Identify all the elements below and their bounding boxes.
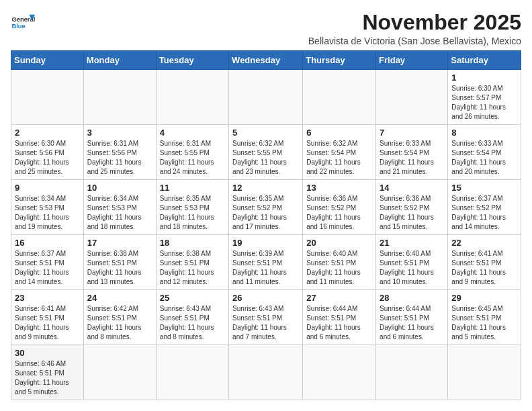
calendar-table: Sunday Monday Tuesday Wednesday Thursday… (11, 50, 521, 400)
week-row-3: 9 Sunrise: 6:34 AM Sunset: 5:53 PM Dayli… (11, 180, 521, 235)
logo-area: General Blue (11, 11, 35, 35)
day-17: 17 Sunrise: 6:38 AM Sunset: 5:51 PM Dayl… (83, 235, 156, 290)
week-row-6: 30 Sunrise: 6:46 AM Sunset: 5:51 PM Dayl… (11, 345, 521, 400)
day-24: 24 Sunrise: 6:42 AM Sunset: 5:51 PM Dayl… (83, 290, 156, 345)
empty-cell (83, 70, 156, 125)
day-3: 3 Sunrise: 6:31 AM Sunset: 5:56 PM Dayli… (83, 125, 156, 180)
header-sunday: Sunday (11, 51, 84, 70)
empty-cell (156, 70, 228, 125)
day-30: 30 Sunrise: 6:46 AM Sunset: 5:51 PM Dayl… (11, 345, 84, 400)
day-6: 6 Sunrise: 6:32 AM Sunset: 5:54 PM Dayli… (303, 125, 376, 180)
empty-cell (303, 70, 376, 125)
day-23: 23 Sunrise: 6:41 AM Sunset: 5:51 PM Dayl… (11, 290, 84, 345)
day-28: 28 Sunrise: 6:44 AM Sunset: 5:51 PM Dayl… (376, 290, 448, 345)
empty-cell (83, 345, 156, 400)
week-row-5: 23 Sunrise: 6:41 AM Sunset: 5:51 PM Dayl… (11, 290, 521, 345)
day-22: 22 Sunrise: 6:41 AM Sunset: 5:51 PM Dayl… (448, 235, 521, 290)
day-5: 5 Sunrise: 6:32 AM Sunset: 5:55 PM Dayli… (229, 125, 303, 180)
day-21: 21 Sunrise: 6:40 AM Sunset: 5:51 PM Dayl… (376, 235, 448, 290)
week-row-1: 1 Sunrise: 6:30 AM Sunset: 5:57 PM Dayli… (11, 70, 521, 125)
day-27: 27 Sunrise: 6:44 AM Sunset: 5:51 PM Dayl… (303, 290, 376, 345)
empty-cell (11, 70, 84, 125)
header-thursday: Thursday (303, 51, 376, 70)
day-20: 20 Sunrise: 6:40 AM Sunset: 5:51 PM Dayl… (303, 235, 376, 290)
day-12: 12 Sunrise: 6:35 AM Sunset: 5:52 PM Dayl… (229, 180, 303, 235)
empty-cell (448, 345, 521, 400)
header-wednesday: Wednesday (229, 51, 303, 70)
day-25: 25 Sunrise: 6:43 AM Sunset: 5:51 PM Dayl… (156, 290, 228, 345)
empty-cell (229, 70, 303, 125)
subtitle: Bellavista de Victoria (San Jose Bellavi… (308, 36, 521, 46)
header-monday: Monday (83, 51, 156, 70)
day-26: 26 Sunrise: 6:43 AM Sunset: 5:51 PM Dayl… (229, 290, 303, 345)
header: General Blue November 2025 Bellavista de… (11, 11, 521, 46)
empty-cell (376, 70, 448, 125)
day-1: 1 Sunrise: 6:30 AM Sunset: 5:57 PM Dayli… (448, 70, 521, 125)
generalblue-logo-icon: General Blue (11, 11, 35, 35)
day-29: 29 Sunrise: 6:45 AM Sunset: 5:51 PM Dayl… (448, 290, 521, 345)
empty-cell (303, 345, 376, 400)
day-4: 4 Sunrise: 6:31 AM Sunset: 5:55 PM Dayli… (156, 125, 228, 180)
title-area: November 2025 Bellavista de Victoria (Sa… (308, 11, 521, 46)
header-saturday: Saturday (448, 51, 521, 70)
day-11: 11 Sunrise: 6:35 AM Sunset: 5:53 PM Dayl… (156, 180, 228, 235)
empty-cell (156, 345, 228, 400)
day-15: 15 Sunrise: 6:37 AM Sunset: 5:52 PM Dayl… (448, 180, 521, 235)
header-tuesday: Tuesday (156, 51, 228, 70)
month-title: November 2025 (308, 11, 521, 34)
empty-cell (229, 345, 303, 400)
day-8: 8 Sunrise: 6:33 AM Sunset: 5:54 PM Dayli… (448, 125, 521, 180)
day-19: 19 Sunrise: 6:39 AM Sunset: 5:51 PM Dayl… (229, 235, 303, 290)
day-13: 13 Sunrise: 6:36 AM Sunset: 5:52 PM Dayl… (303, 180, 376, 235)
weekday-header-row: Sunday Monday Tuesday Wednesday Thursday… (11, 51, 521, 70)
day-2: 2 Sunrise: 6:30 AM Sunset: 5:56 PM Dayli… (11, 125, 84, 180)
week-row-2: 2 Sunrise: 6:30 AM Sunset: 5:56 PM Dayli… (11, 125, 521, 180)
empty-cell (376, 345, 448, 400)
day-18: 18 Sunrise: 6:38 AM Sunset: 5:51 PM Dayl… (156, 235, 228, 290)
day-16: 16 Sunrise: 6:37 AM Sunset: 5:51 PM Dayl… (11, 235, 84, 290)
day-14: 14 Sunrise: 6:36 AM Sunset: 5:52 PM Dayl… (376, 180, 448, 235)
header-friday: Friday (376, 51, 448, 70)
svg-text:Blue: Blue (11, 23, 25, 30)
page-container: General Blue November 2025 Bellavista de… (11, 11, 521, 400)
week-row-4: 16 Sunrise: 6:37 AM Sunset: 5:51 PM Dayl… (11, 235, 521, 290)
day-7: 7 Sunrise: 6:33 AM Sunset: 5:54 PM Dayli… (376, 125, 448, 180)
day-9: 9 Sunrise: 6:34 AM Sunset: 5:53 PM Dayli… (11, 180, 84, 235)
day-10: 10 Sunrise: 6:34 AM Sunset: 5:53 PM Dayl… (83, 180, 156, 235)
